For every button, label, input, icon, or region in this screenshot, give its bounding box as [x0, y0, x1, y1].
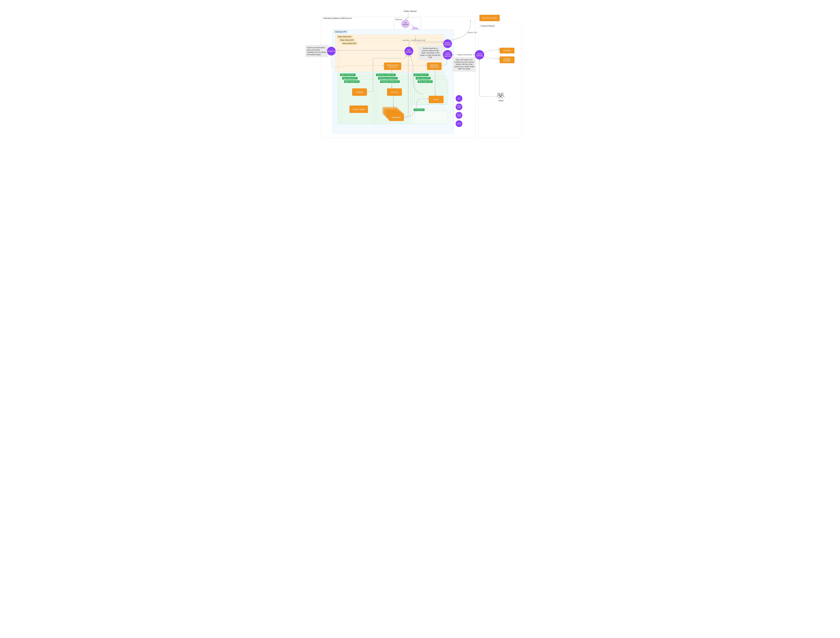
edge-services-domain: services.[...].cloud domain only — [403, 39, 426, 41]
cloudwatch-node: Cloud Watch — [456, 112, 462, 118]
mgmt-chip-3: Mgmt Subnet AZ3 — [344, 80, 360, 83]
nat-gateway-node: NAT Gateway — [404, 47, 413, 55]
dynamodb-node: Dynam oDB — [456, 104, 462, 110]
ws-chip-2: Workspace Subnet AZ2 — [378, 77, 398, 79]
tgw-attachment-node: Transit Gateway Attachment — [443, 50, 452, 60]
mgmt-chip-1: Mgmt Subnet AZ1 — [340, 74, 355, 76]
scm-git: SCM (Git) — [500, 48, 515, 54]
ecr-node: ECR — [456, 120, 462, 127]
relay-chip-3: Relay Subnet AZ3 — [341, 42, 357, 45]
svg-point-0 — [498, 93, 499, 95]
api-gateway-node: API Gateway — [401, 20, 410, 28]
vpc-chip: Dedicated VPC — [334, 30, 348, 33]
edge-ingress-egress: Ingress and Egress — [458, 54, 472, 55]
ws-proxy-svc: ws-proxy — [387, 88, 402, 96]
s3-node: S3 — [456, 95, 462, 102]
meta-chip-2: Meta Subnet AZ2 — [415, 77, 431, 79]
mgmt-chip-2: Mgmt Subnet AZ2 — [342, 77, 357, 79]
workspace-nlb: Workspace NLB (internal IP) — [384, 63, 401, 70]
diagram-canvas: Public Internet Dedicated Installation &… — [296, 0, 544, 155]
meta-chip-3: Meta Subnet AZ3 — [418, 80, 433, 83]
db-subnets-chip: DB Subnets — [414, 109, 425, 111]
meta-chip-1: Meta Subnet AZ1 — [414, 74, 429, 76]
ws-chip-1: Workspace Subnet AZ1 — [376, 74, 396, 76]
svg-point-2 — [500, 94, 501, 96]
note-routable: Only a /25 needs to be routable from the… — [453, 57, 476, 71]
customer-network-container — [478, 24, 522, 138]
note-privatelink: Used for communication with control plan… — [305, 45, 328, 57]
cluster-fargate-svc: cluster Fargate — [349, 106, 368, 113]
aws-account-chip: Dedicated Installation & AWS Account — [322, 17, 353, 20]
public-internet-label: Public Internet — [404, 10, 417, 13]
users-label: Users — [498, 99, 504, 102]
users-icon — [496, 92, 505, 99]
transit-gateway-node: Transit Gateway — [475, 50, 484, 60]
meta-nlb: Meta NLB (internal IP) — [427, 63, 442, 70]
edge-egress-only: Egress Only — [468, 32, 477, 33]
workspace-svc: workspace — [389, 114, 404, 121]
internet-gateway-node: Internet Gateway — [443, 39, 452, 48]
customer-network-chip: Customer Network — [480, 25, 496, 27]
cellstate-svc: cellstate — [352, 88, 367, 96]
ws-chip-3: Workspace Subnet AZ3 — [380, 80, 399, 83]
package-repository: Package Repository — [500, 57, 515, 63]
svg-point-1 — [502, 93, 503, 95]
privatelink-node: PrivateLink — [327, 47, 336, 55]
note-cidr: Routing depends on customer defined CIDR… — [418, 46, 442, 60]
sso-provider: SSO OIDC Provider — [480, 15, 500, 21]
server-svc: server — [429, 96, 444, 103]
relay-chip-1: Relay Subnet AZ1 — [337, 35, 353, 38]
relay-chip-2: Relay Subnet AZ2 — [339, 39, 355, 41]
optional-label: Optional — [395, 19, 402, 21]
